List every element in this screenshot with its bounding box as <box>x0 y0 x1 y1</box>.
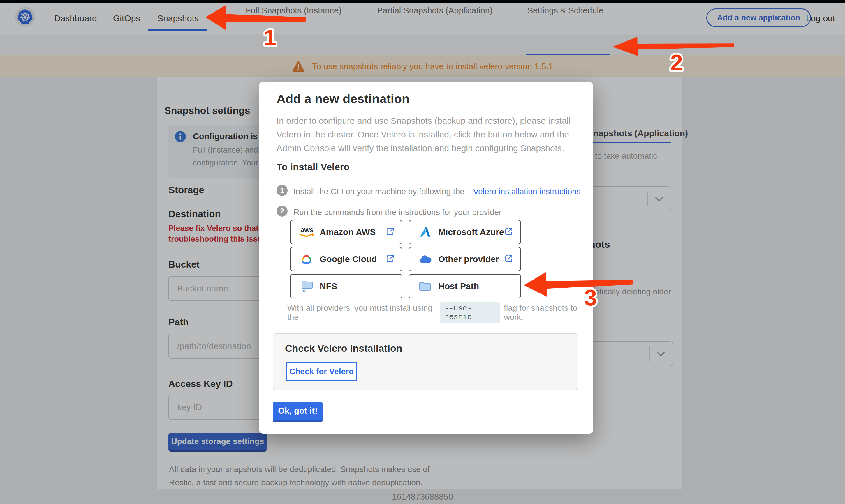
provider-button-aws[interactable]: aws Amazon AWS <box>290 220 402 244</box>
svg-text:1: 1 <box>264 25 276 50</box>
azure-icon <box>416 227 434 238</box>
velero-instructions-link[interactable]: Velero installation instructions <box>473 187 581 196</box>
provider-button-other[interactable]: Other provider <box>408 247 521 271</box>
step-2-text: Run the commands from the instructions f… <box>294 208 501 217</box>
provider-button-azure[interactable]: Microsoft Azure <box>408 220 521 244</box>
provider-label: Microsoft Azure <box>438 227 504 237</box>
aws-icon: aws <box>298 226 316 238</box>
modal-intro: In order to configure and use Snapshots … <box>277 114 580 155</box>
install-velero-heading: To install Velero <box>277 162 350 173</box>
annotation-number-2: 2 <box>664 46 699 78</box>
svg-text:3: 3 <box>584 285 597 310</box>
provider-grid: aws Amazon AWS <box>290 220 521 299</box>
cloud-icon <box>416 254 434 264</box>
provider-label: NFS <box>320 281 337 291</box>
modal-intro-line1: In order to configure and use Snapshots … <box>277 114 580 128</box>
provider-button-hostpath[interactable]: Host Path <box>408 274 521 299</box>
app-screen: Dashboard GitOps Snapshots Add a new app… <box>0 0 845 504</box>
restic-prefix: With all providers, you must install usi… <box>287 303 436 322</box>
provider-label: Host Path <box>438 281 479 291</box>
nfs-folder-icon <box>298 280 316 292</box>
svg-text:aws: aws <box>300 226 313 234</box>
provider-label: Amazon AWS <box>320 227 375 237</box>
external-link-icon <box>386 227 395 237</box>
hostpath-folder-icon <box>416 281 434 292</box>
external-link-icon <box>504 227 513 237</box>
add-destination-modal: Add a new destination In order to config… <box>259 82 593 434</box>
check-velero-panel: Check Velero installation Check for Vele… <box>273 334 578 390</box>
google-cloud-icon <box>298 254 316 265</box>
step-1-badge: 1 <box>277 185 287 196</box>
modal-intro-line3: Admin Console will verify the installati… <box>277 141 580 155</box>
step-1-text: Install the CLI on your machine by follo… <box>294 187 464 196</box>
external-link-icon <box>504 254 513 264</box>
provider-button-nfs[interactable]: NFS <box>290 274 402 299</box>
check-for-velero-button[interactable]: Check for Velero <box>286 362 357 381</box>
external-link-icon <box>386 254 395 264</box>
ok-got-it-button[interactable]: Ok, got it! <box>273 402 323 422</box>
check-velero-heading: Check Velero installation <box>285 343 402 354</box>
provider-label: Other provider <box>438 254 499 264</box>
restic-flag-chip: --use-restic <box>440 302 500 323</box>
modal-title: Add a new destination <box>277 92 409 106</box>
annotation-number-3: 3 <box>578 281 613 313</box>
provider-label: Google Cloud <box>320 254 377 264</box>
step-2-badge: 2 <box>277 205 287 217</box>
modal-intro-line2: Velero in the cluster. Once Velero is in… <box>277 128 580 141</box>
annotation-number-1: 1 <box>258 21 293 53</box>
provider-button-gcloud[interactable]: Google Cloud <box>290 247 402 271</box>
svg-text:2: 2 <box>670 50 683 75</box>
restic-note: With all providers, you must install usi… <box>287 302 593 323</box>
